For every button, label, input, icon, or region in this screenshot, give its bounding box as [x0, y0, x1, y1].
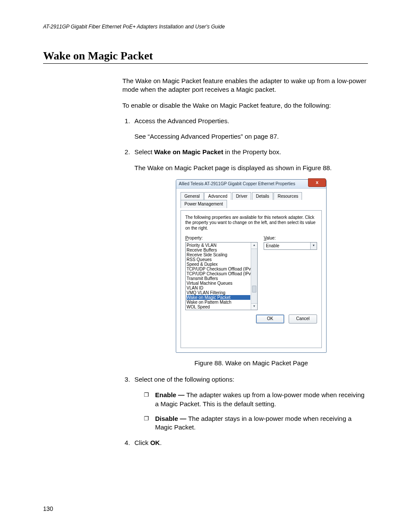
panel-hint: The following properties are available f… [185, 215, 317, 231]
dialog-titlebar[interactable]: Allied Telesis AT-2911GP Gigabit Copper … [176, 180, 326, 189]
tab-power-management[interactable]: Power Management [181, 200, 227, 208]
value-dropdown-text: Enable [266, 243, 279, 248]
property-item[interactable]: Receive Side Scaling [187, 252, 250, 257]
option-disable-label: Disable — [155, 415, 188, 422]
property-item[interactable]: VLAN ID [187, 286, 250, 290]
tab-driver[interactable]: Driver [232, 192, 252, 200]
value-dropdown[interactable]: Enable ▾ [264, 242, 317, 250]
property-listbox[interactable]: Priority & VLANReceive BuffersReceive Si… [185, 242, 258, 310]
section-title: Wake on Magic Packet [43, 50, 368, 64]
step-1: Access the Advanced Properties. See “Acc… [132, 117, 368, 141]
tab-advanced[interactable]: Advanced [204, 192, 231, 200]
property-label: Property: [185, 235, 258, 241]
step-4: Click OK. [132, 439, 368, 447]
tab-details[interactable]: Details [252, 192, 273, 200]
properties-dialog: Allied Telesis AT-2911GP Gigabit Copper … [176, 179, 327, 353]
property-item[interactable]: Wake on Pattern Match [187, 300, 250, 305]
step-2-bold: Wake on Magic Packet [154, 148, 223, 156]
close-button[interactable]: x [308, 178, 326, 187]
value-label: Value: [264, 235, 317, 241]
property-item[interactable]: Virtual Machine Queues [187, 281, 250, 286]
step-4-bold: OK [150, 439, 160, 446]
tab-general[interactable]: General [181, 192, 204, 200]
close-icon: x [316, 180, 318, 185]
chevron-down-icon[interactable]: ▾ [310, 243, 317, 249]
step-4-post: . [160, 439, 162, 446]
tab-panel-advanced: The following properties are available f… [181, 210, 322, 348]
property-item[interactable]: Transmit Buffers [187, 276, 250, 281]
tab-resources[interactable]: Resources [274, 192, 302, 200]
listbox-scrollbar[interactable]: ▴ ▾ [251, 243, 257, 310]
tab-strip: General Advanced Driver Details Resource… [181, 192, 322, 208]
property-item[interactable]: Speed & Duplex [187, 262, 250, 267]
step-1-ref: See “Accessing Advanced Properties” on p… [134, 133, 279, 140]
dialog-title: Allied Telesis AT-2911GP Gigabit Copper … [179, 181, 295, 186]
option-disable: Disable — The adapter stays in a low-pow… [146, 414, 368, 432]
scroll-up-icon[interactable]: ▴ [251, 243, 257, 249]
property-item[interactable]: WOL Speed [187, 305, 250, 309]
property-item[interactable]: Receive Buffers [187, 248, 250, 252]
step-4-pre: Click [134, 439, 150, 446]
step-1-text: Access the Advanced Properties. [134, 117, 229, 124]
intro-paragraph-2: To enable or disable the Wake on Magic P… [122, 101, 368, 110]
option-enable-text: The adapter wakes up from a low-power mo… [155, 391, 364, 407]
running-header: AT-2911GP Gigabit Fiber Ethernet PoE+ Ad… [43, 24, 368, 30]
step-3-text: Select one of the following options: [134, 376, 234, 383]
scroll-down-icon[interactable]: ▾ [251, 303, 257, 310]
page-number: 130 [43, 505, 53, 512]
step-2: Select Wake on Magic Packet in the Prope… [132, 148, 368, 367]
step-3: Select one of the following options: Ena… [132, 375, 368, 432]
option-enable: Enable — The adapter wakes up from a low… [146, 391, 368, 408]
ok-button[interactable]: OK [256, 314, 284, 324]
intro-paragraph-1: The Wake on Magic Packet feature enables… [122, 77, 368, 94]
step-2-result: The Wake on Magic Packet page is display… [134, 164, 332, 171]
scroll-thumb[interactable] [252, 286, 256, 292]
property-item[interactable]: RSS Queues [187, 257, 250, 262]
property-item[interactable]: Wake on Magic Packet [187, 295, 250, 300]
step-2-post: in the Property box. [223, 148, 281, 156]
step-2-pre: Select [134, 148, 154, 156]
property-item[interactable]: TCP/UDP Checksum Offload (IPv6 [187, 271, 250, 276]
property-item[interactable]: TCP/UDP Checksum Offload (IPv4 [187, 267, 250, 271]
figure-caption: Figure 88. Wake on Magic Packet Page [134, 359, 368, 367]
property-item[interactable]: Priority & VLAN [187, 243, 250, 248]
cancel-button[interactable]: Cancel [289, 314, 317, 324]
property-item[interactable]: VMQ VLAN Filtering [187, 290, 250, 295]
option-enable-label: Enable — [155, 391, 187, 398]
